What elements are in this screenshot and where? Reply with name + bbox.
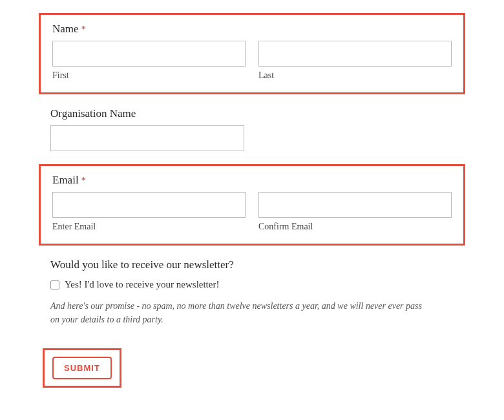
newsletter-promise: And here's our promise - no spam, no mor… (50, 299, 425, 326)
enter-email-input[interactable] (52, 192, 246, 218)
newsletter-checkbox-label: Yes! I'd love to receive your newsletter… (65, 279, 219, 290)
email-section: Email * Enter Email Confirm Email (39, 164, 465, 246)
first-name-col: First (52, 41, 246, 81)
submit-section: SUBMIT (43, 348, 121, 388)
email-label: Email * (52, 174, 452, 187)
first-name-input[interactable] (52, 41, 246, 67)
name-section: Name * First Last (39, 13, 465, 94)
last-name-sublabel: Last (258, 70, 452, 81)
newsletter-title: Would you like to receive our newsletter… (50, 258, 454, 271)
enter-email-sublabel: Enter Email (52, 222, 246, 232)
organisation-section: Organisation Name (39, 107, 465, 151)
name-label: Name * (52, 23, 452, 36)
name-required-marker: * (81, 25, 86, 34)
confirm-email-col: Confirm Email (258, 192, 452, 232)
confirm-email-input[interactable] (258, 192, 452, 218)
newsletter-checkbox[interactable] (50, 280, 59, 289)
submit-button[interactable]: SUBMIT (52, 357, 112, 379)
newsletter-checkbox-row[interactable]: Yes! I'd love to receive your newsletter… (50, 279, 454, 290)
organisation-input[interactable] (50, 125, 244, 151)
newsletter-section: Would you like to receive our newsletter… (39, 258, 465, 326)
confirm-email-sublabel: Confirm Email (258, 222, 452, 232)
enter-email-col: Enter Email (52, 192, 246, 232)
email-label-text: Email (52, 174, 79, 186)
name-label-text: Name (52, 23, 79, 35)
last-name-input[interactable] (258, 41, 452, 67)
organisation-label: Organisation Name (50, 107, 454, 120)
last-name-col: Last (258, 41, 452, 81)
email-inputs-row: Enter Email Confirm Email (52, 192, 452, 232)
email-required-marker: * (81, 176, 86, 185)
first-name-sublabel: First (52, 70, 246, 81)
name-inputs-row: First Last (52, 41, 452, 81)
